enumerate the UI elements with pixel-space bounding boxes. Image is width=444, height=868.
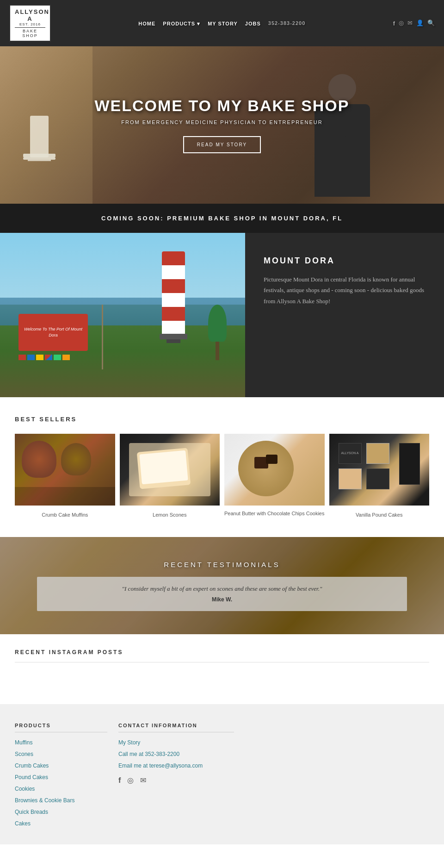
instagram-icon[interactable]: ◎ (399, 19, 404, 27)
footer-link-pound-cakes[interactable]: Pound Cakes (15, 773, 107, 781)
product-name-scones: Lemon Scones (153, 512, 186, 518)
testimonial-box: "I consider myself a bit of an expert on… (37, 577, 407, 611)
product-name-muffins: Crumb Cake Muffins (42, 512, 88, 518)
instagram-heading: RECENT INSTAGRAM POSTS (15, 649, 429, 656)
product-image-muffins (15, 434, 115, 506)
coming-soon-banner: COMING SOON: PREMIUM BAKE SHOP IN MOUNT … (0, 204, 444, 233)
logo-top: ALLYSON A (15, 8, 45, 22)
footer-email-icon[interactable]: ✉ (140, 776, 146, 785)
footer-link-scones[interactable]: Scones (15, 749, 107, 758)
footer-link-cakes[interactable]: Cakes (15, 819, 107, 827)
product-image-scones (120, 434, 220, 506)
testimonials-heading: RECENT TESTIMONIALS (0, 561, 444, 568)
products-grid: Crumb Cake Muffins Lemon Scones Peanut B… (15, 434, 429, 518)
footer-products-links: Muffins Scones Crumb Cakes Pound Cakes C… (15, 738, 107, 827)
logo[interactable]: ALLYSON A EST. 2016 BAKE SHOP (9, 5, 51, 42)
hero-title: WELCOME TO MY BAKE SHOP (94, 97, 349, 115)
testimonials-content: RECENT TESTIMONIALS "I consider myself a… (0, 561, 444, 611)
mount-dora-image: Welcome To The Port Of Mount Dora (0, 233, 245, 397)
testimonial-author: Mike W. (51, 596, 393, 603)
mount-dora-description: Picturesque Mount Dora in central Florid… (264, 274, 426, 306)
facebook-icon[interactable]: f (393, 20, 395, 27)
email-nav-icon[interactable]: ✉ (407, 19, 413, 27)
footer-link-crumb-cakes[interactable]: Crumb Cakes (15, 761, 107, 769)
footer-link-cookies[interactable]: Cookies (15, 784, 107, 793)
mount-dora-sign: Welcome To The Port Of Mount Dora (18, 314, 88, 351)
hero-section: WELCOME TO MY BAKE SHOP FROM EMERGENCY M… (0, 46, 444, 204)
footer-contact-heading: CONTACT INFORMATION (118, 723, 234, 732)
instagram-grid (15, 672, 429, 695)
logo-sub: BAKE SHOP (15, 27, 45, 38)
footer-my-story-link[interactable]: My Story (118, 738, 234, 746)
mount-dora-section: Welcome To The Port Of Mount Dora MOUNT … (0, 233, 444, 397)
best-sellers-section: BEST SELLERS Crumb Cake Muffins Lemon Sc… (0, 397, 444, 537)
footer-instagram-icon[interactable]: ◎ (127, 776, 134, 785)
footer-contact-links: My Story Call me at 352-383-2200 Email m… (118, 738, 234, 769)
footer-facebook-icon[interactable]: f (118, 776, 121, 785)
hero-content: WELCOME TO MY BAKE SHOP FROM EMERGENCY M… (94, 97, 349, 153)
footer-products-col: PRODUCTS Muffins Scones Crumb Cakes Poun… (15, 723, 107, 831)
user-icon[interactable]: 👤 (416, 19, 424, 27)
nav-jobs[interactable]: JOBS (245, 19, 261, 27)
product-item-muffins[interactable]: Crumb Cake Muffins (15, 434, 115, 518)
nav-products[interactable]: PRODUCTS ▾ (163, 19, 200, 27)
testimonial-quote: "I consider myself a bit of an expert on… (51, 585, 393, 593)
mount-dora-title: MOUNT DORA (264, 256, 426, 266)
product-item-pound-cakes[interactable]: ALLYSON A Vanilla Pound Cakes (329, 434, 430, 518)
nav-home[interactable]: HOME (138, 19, 155, 27)
footer-contact-col: CONTACT INFORMATION My Story Call me at … (118, 723, 234, 831)
product-image-cookies (224, 434, 325, 506)
logo-est: EST. 2016 (15, 22, 45, 26)
footer-empty-col (245, 723, 429, 831)
search-icon[interactable]: 🔍 (427, 19, 435, 27)
footer: PRODUCTS Muffins Scones Crumb Cakes Poun… (0, 704, 444, 844)
nav-icons: f ◎ ✉ 👤 🔍 (393, 19, 435, 27)
footer-phone-link[interactable]: Call me at 352-383-2200 (118, 749, 234, 758)
footer-products-heading: PRODUCTS (15, 723, 107, 732)
footer-link-muffins[interactable]: Muffins (15, 738, 107, 746)
footer-social: f ◎ ✉ (118, 776, 234, 785)
hero-subtitle: FROM EMERGENCY MEDICINE PHYSICIAN TO ENT… (94, 119, 349, 125)
testimonials-section: RECENT TESTIMONIALS "I consider myself a… (0, 537, 444, 634)
product-item-cookies[interactable]: Peanut Butter with Chocolate Chips Cooki… (224, 434, 325, 518)
best-sellers-heading: BEST SELLERS (15, 416, 429, 423)
hero-cakestand (18, 116, 60, 176)
footer-link-quick-breads[interactable]: Quick Breads (15, 807, 107, 816)
mount-dora-text: MOUNT DORA Picturesque Mount Dora in cen… (245, 233, 444, 397)
product-name-pound-cakes: Vanilla Pound Cakes (356, 512, 402, 518)
footer-email-link[interactable]: Email me at terese@allysona.com (118, 761, 234, 769)
nav-links: HOME PRODUCTS ▾ MY STORY JOBS 352-383-22… (138, 19, 305, 27)
instagram-section: RECENT INSTAGRAM POSTS (0, 634, 444, 704)
navigation: ALLYSON A EST. 2016 BAKE SHOP HOME PRODU… (0, 0, 444, 46)
nav-phone[interactable]: 352-383-2200 (268, 20, 306, 26)
product-image-pound-cakes: ALLYSON A (329, 434, 430, 506)
product-item-scones[interactable]: Lemon Scones (120, 434, 220, 518)
nav-my-story[interactable]: MY STORY (208, 19, 238, 27)
instagram-divider (15, 662, 429, 662)
footer-link-brownies[interactable]: Brownies & Cookie Bars (15, 796, 107, 804)
product-name-cookies: Peanut Butter with Chocolate Chips Cooki… (224, 510, 325, 517)
read-story-button[interactable]: READ MY STORY (183, 136, 261, 153)
